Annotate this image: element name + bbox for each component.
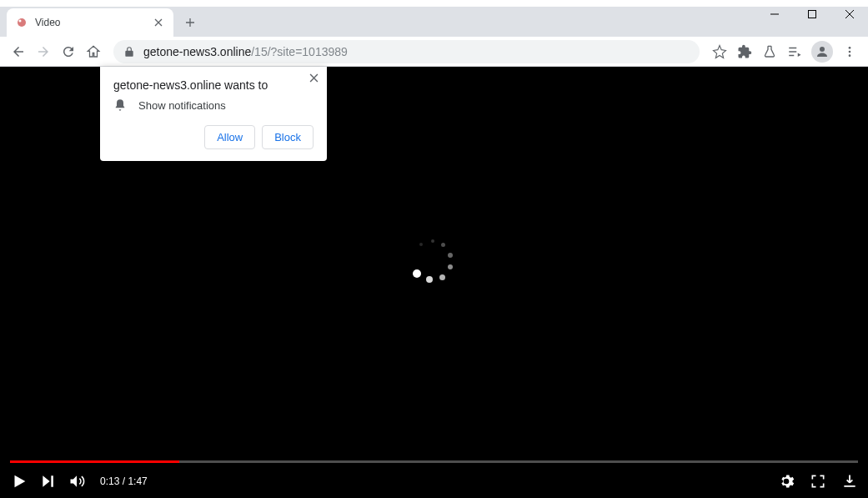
notification-permission-popup: getone-news3.online wants to Show notifi… [100,67,327,161]
next-button[interactable] [40,473,57,490]
bell-icon [113,98,127,112]
svg-point-5 [849,50,851,53]
url-text: getone-news3.online/15/?site=1013989 [143,45,690,58]
notification-title: getone-news3.online wants to [113,78,314,92]
tab-bar: Video [0,7,868,37]
notification-close-icon[interactable] [309,73,319,83]
browser-toolbar: getone-news3.online/15/?site=1013989 [0,37,868,67]
browser-tab[interactable]: Video [7,8,173,37]
video-player-area[interactable]: getone-news3.online wants to Show notifi… [0,67,868,498]
url-path: /15/?site=1013989 [251,45,348,58]
window-close-button[interactable] [830,0,868,28]
minimize-button[interactable] [755,0,793,28]
svg-point-1 [19,20,22,23]
settings-button[interactable] [778,473,795,490]
tab-title: Video [35,17,152,28]
volume-button[interactable] [68,473,85,490]
menu-button[interactable] [838,40,861,63]
svg-point-6 [849,54,851,57]
media-button[interactable] [783,40,806,63]
home-button[interactable] [82,40,105,63]
play-button[interactable] [10,472,28,490]
video-controls-bar: 0:13 / 1:47 [0,465,868,498]
bookmark-button[interactable] [708,40,731,63]
svg-rect-2 [808,11,815,18]
block-button[interactable]: Block [262,125,314,149]
video-progress-fill [10,460,179,463]
reload-button[interactable] [57,40,80,63]
allow-button[interactable]: Allow [204,125,255,149]
svg-point-0 [18,18,26,27]
new-tab-button[interactable] [178,11,202,34]
labs-button[interactable] [758,40,781,63]
address-bar[interactable]: getone-news3.online/15/?site=1013989 [113,40,700,63]
lock-icon [123,46,135,58]
download-button[interactable] [841,473,858,490]
forward-button[interactable] [32,40,55,63]
duration: 1:47 [128,475,147,487]
svg-point-3 [820,47,825,52]
window-controls [755,0,868,28]
video-time-display: 0:13 / 1:47 [100,475,148,487]
back-button[interactable] [7,40,30,63]
fullscreen-button[interactable] [810,473,826,490]
current-time: 0:13 [100,475,119,487]
url-domain: getone-news3.online [143,45,251,58]
extensions-button[interactable] [733,40,756,63]
maximize-button[interactable] [793,0,830,28]
tab-favicon-icon [15,16,28,29]
loading-spinner [411,238,458,284]
profile-avatar[interactable] [811,41,833,63]
svg-point-4 [849,47,851,49]
notification-body-text: Show notifications [138,99,226,112]
tab-close-icon[interactable] [152,16,165,29]
video-progress-bar[interactable] [10,460,858,463]
